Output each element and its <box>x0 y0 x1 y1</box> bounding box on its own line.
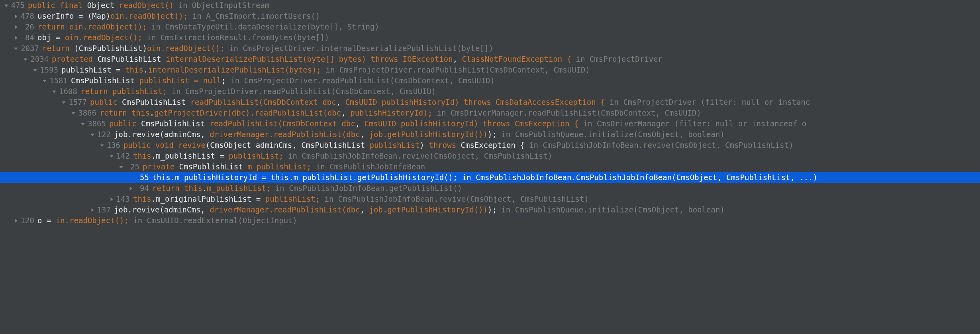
token: ; <box>221 76 226 85</box>
tree-row[interactable]: 478userInfo = (Map)oin.readObject(); in … <box>0 11 980 22</box>
token: public <box>90 98 122 106</box>
token: internalDeserializePublishList(bytes); <box>148 65 321 74</box>
chevron-right-icon[interactable] <box>12 35 20 40</box>
token: in <box>457 173 476 182</box>
tree-row[interactable]: 3865public CmsPublishList readPublishLis… <box>0 118 980 129</box>
code-text: return oin.readObject(); in CmsDataTypeU… <box>37 22 379 32</box>
tree-row[interactable]: 137job.revive(adminCms, driverManager.re… <box>0 204 980 215</box>
tree-row[interactable]: 2037return (CmsPublishList)oin.readObjec… <box>0 43 980 54</box>
chevron-down-icon[interactable] <box>69 111 77 116</box>
token: . <box>150 108 154 117</box>
tree-row[interactable]: 136public void revive(CmsObject adminCms… <box>0 140 980 151</box>
chevron-down-icon[interactable] <box>2 3 10 8</box>
token: ClassNotFoundException { <box>462 55 572 63</box>
tree-row[interactable]: 2034protected CmsPublishList internalDes… <box>0 54 980 65</box>
token: throws <box>464 98 496 106</box>
tree-row[interactable]: 26return oin.readObject(); in CmsDataTyp… <box>0 22 980 32</box>
tree-row[interactable]: 1581CmsPublishList publishList = null; i… <box>0 75 980 86</box>
line-number: 1581 <box>49 75 68 86</box>
token: driverManager.readPublishList(dbc <box>210 205 360 214</box>
token: CmsPublishList <box>71 76 139 85</box>
tree-row[interactable]: 120o = in.readObject(); in CmsUUID.readE… <box>0 215 980 226</box>
chevron-right-icon[interactable] <box>12 218 20 223</box>
chevron-down-icon[interactable] <box>79 122 87 126</box>
chevron-down-icon[interactable] <box>22 57 29 62</box>
chevron-right-icon[interactable] <box>12 14 20 19</box>
token: in ObjectInputStream <box>178 1 270 10</box>
call-hierarchy-tree[interactable]: 475public final Object readObject() in O… <box>0 0 980 226</box>
token: return <box>37 22 69 31</box>
chevron-down-icon[interactable] <box>98 143 106 148</box>
token: throws <box>429 141 461 149</box>
chevron-right-icon[interactable] <box>108 197 116 202</box>
token: job.getPublishHistoryId()) <box>369 205 488 214</box>
code-text: this.m_originalPublishList = publishList… <box>133 194 589 204</box>
chevron-down-icon[interactable] <box>88 132 96 137</box>
token: byte <box>307 55 325 63</box>
token: oin.readObject(); <box>147 44 224 53</box>
tree-row[interactable]: 84obj = oin.readObject(); in CmsExtracti… <box>0 32 980 43</box>
token: internalDeserializePublishList( <box>166 55 307 63</box>
chevron-down-icon[interactable] <box>108 154 116 159</box>
tree-row[interactable]: 55this.m_publishHistoryId = this.m_publi… <box>0 172 980 183</box>
token: CmsUUID publishHistoryId) <box>365 119 483 128</box>
token: throws <box>483 119 515 128</box>
tree-row[interactable]: 3866return this.getProjectDriver(dbc).re… <box>0 108 980 118</box>
tree-row[interactable]: 143this.m_originalPublishList = publishL… <box>0 194 980 204</box>
line-number: 1577 <box>68 97 87 108</box>
chevron-right-icon[interactable] <box>88 208 96 212</box>
token: Object <box>87 1 119 10</box>
token: in.readObject(); <box>56 216 129 225</box>
tree-row[interactable]: 1577public CmsPublishList readPublishLis… <box>0 97 980 108</box>
token: this.m_publishHistoryId = this.m_publish… <box>152 173 357 182</box>
token: , <box>341 108 350 117</box>
token: CmsException { <box>515 119 578 128</box>
token: null <box>203 76 221 85</box>
tree-row[interactable]: 25private CmsPublishList m_publishList; … <box>0 161 980 172</box>
token: job.getPublishHistoryId()) <box>369 130 488 139</box>
chevron-down-icon[interactable] <box>117 165 125 169</box>
chevron-right-icon[interactable] <box>127 186 135 191</box>
token: readPublishList(CmsDbContext dbc <box>210 119 355 128</box>
token: driverManager.readPublishList(dbc <box>210 130 360 139</box>
token: in CmsExtractionResult.fromBytes(byte[]) <box>142 33 329 42</box>
token: this <box>133 151 151 160</box>
token: in CmsProjectDriver.internalDeserializeP… <box>225 44 494 53</box>
tree-row[interactable]: 122job.revive(adminCms, driverManager.re… <box>0 129 980 140</box>
token: , <box>336 98 345 106</box>
token: (CmsObject adminCms, CmsPublishList <box>206 141 370 149</box>
chevron-down-icon[interactable] <box>41 79 49 83</box>
token: publishList = <box>139 76 203 85</box>
tree-row[interactable]: 1608return publishList; in CmsProjectDri… <box>0 86 980 97</box>
tree-row[interactable]: 142this.m_publishList = publishList; in … <box>0 151 980 161</box>
token: publishHistoryId); <box>350 108 432 117</box>
token: . <box>143 65 148 74</box>
token: in CmsPublishQueue.initialize(CmsObject,… <box>497 130 725 139</box>
chevron-right-icon[interactable] <box>12 25 20 29</box>
tree-row[interactable]: 1593publishList = this.internalDeseriali… <box>0 65 980 75</box>
code-text: this.m_publishHistoryId = this.m_publish… <box>152 172 817 183</box>
token: .m_publishList = <box>151 151 229 160</box>
line-number: 136 <box>106 140 120 151</box>
token: throws <box>371 55 403 63</box>
chevron-down-icon[interactable] <box>12 46 20 51</box>
token: obj = <box>37 33 65 42</box>
token: publishList <box>370 141 420 149</box>
line-number: 122 <box>96 129 111 140</box>
code-text: job.revive(adminCms, driverManager.readP… <box>114 129 725 140</box>
code-text: return publishList; in CmsProjectDriver.… <box>80 86 436 97</box>
token: publishList; <box>229 151 283 160</box>
token: in CmsProjectDriver.readPublishList(CmsD… <box>167 87 436 96</box>
token: in CmsDriverManager.readPublishList(CmsD… <box>432 108 701 117</box>
line-number: 94 <box>135 183 149 194</box>
token: , <box>360 205 369 214</box>
token: in CmsPublishJobInfoBean.revive(CmsObjec… <box>320 195 589 203</box>
token: public void <box>123 141 178 149</box>
token: in CmsPublishJobInfoBean <box>311 162 425 171</box>
chevron-down-icon[interactable] <box>60 100 68 105</box>
chevron-down-icon[interactable] <box>31 68 39 73</box>
line-number: 120 <box>20 215 34 226</box>
tree-row[interactable]: 475public final Object readObject() in O… <box>0 0 980 11</box>
tree-row[interactable]: 94return this.m_publishList; in CmsPubli… <box>0 183 980 194</box>
chevron-down-icon[interactable] <box>50 89 58 94</box>
